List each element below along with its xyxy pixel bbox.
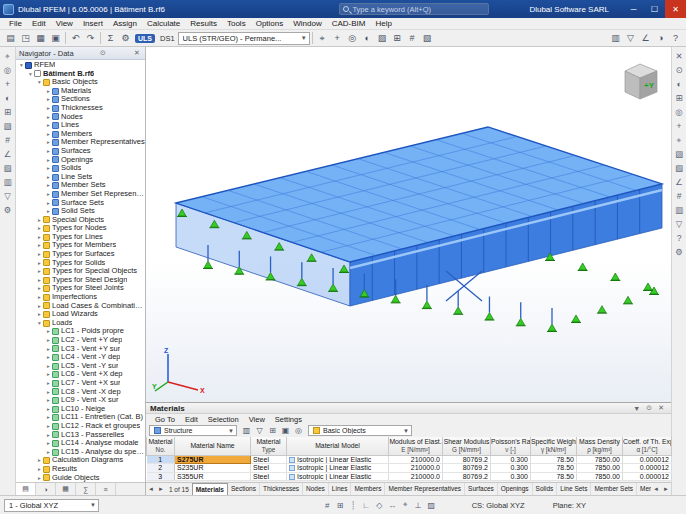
tree-item[interactable]: ▸Member Representatives xyxy=(16,138,145,147)
collapsed-arrow-icon[interactable]: ▸ xyxy=(45,448,52,457)
filter-icon[interactable]: ▽ xyxy=(253,425,266,437)
menu-options[interactable]: Options xyxy=(251,19,289,28)
minimize-icon[interactable]: ─ xyxy=(623,0,644,18)
close-icon[interactable]: ✕ xyxy=(655,404,667,412)
open-icon[interactable]: ◳ xyxy=(18,31,33,45)
tree-item[interactable]: ▸Lines xyxy=(16,121,145,130)
render-icon[interactable]: ▨ xyxy=(425,499,438,512)
collapsed-arrow-icon[interactable]: ▸ xyxy=(36,302,43,311)
menu-insert[interactable]: Insert xyxy=(78,19,108,28)
collapsed-arrow-icon[interactable]: ▸ xyxy=(45,396,52,405)
uls-button[interactable]: ULS xyxy=(135,34,155,43)
expanded-arrow-icon[interactable]: ▾ xyxy=(18,61,25,70)
grid-icon[interactable]: ⊞ xyxy=(672,91,686,105)
tree-item[interactable]: ▸LC6 - Vent +X dep xyxy=(16,370,145,379)
tree-item[interactable]: ▸LC12 - Rack et groupes xyxy=(16,422,145,431)
tree-item[interactable]: ▸Nodes xyxy=(16,113,145,122)
table-tab-surfaces[interactable]: Surfaces xyxy=(465,483,498,495)
collapsed-arrow-icon[interactable]: ▸ xyxy=(36,233,43,242)
table-icon[interactable]: ▥ xyxy=(240,425,253,437)
measure-icon[interactable]: ∠ xyxy=(1,147,15,161)
collapsed-arrow-icon[interactable]: ▸ xyxy=(36,276,43,285)
collapsed-arrow-icon[interactable]: ▸ xyxy=(45,138,52,147)
table-icon[interactable]: ▥ xyxy=(608,31,623,45)
layers-icon[interactable]: ▧ xyxy=(672,161,686,175)
settings-icon[interactable]: ⚙ xyxy=(118,31,133,45)
tree-item[interactable]: ▸Openings xyxy=(16,156,145,165)
tree-item[interactable]: ▸Types for Steel Joints xyxy=(16,284,145,293)
chevron-down-icon[interactable]: ▼ xyxy=(630,405,643,412)
view-icon[interactable]: ◐ xyxy=(672,77,686,91)
osnap-icon[interactable]: ◇ xyxy=(373,499,386,512)
tree-item[interactable]: ▸Solid Sets xyxy=(16,207,145,216)
coordinate-system-select[interactable]: 1 - Global XYZ ▼ xyxy=(4,499,99,512)
collapsed-arrow-icon[interactable]: ▸ xyxy=(36,224,43,233)
move-icon[interactable]: + xyxy=(330,31,345,45)
menu-edit[interactable]: Edit xyxy=(27,19,51,28)
filter-icon[interactable]: ▽ xyxy=(672,217,686,231)
tree-item[interactable]: ▸LC3 - Vent +Y sur xyxy=(16,345,145,354)
tree-item[interactable]: ▸LC5 - Vent -Y sur xyxy=(16,362,145,371)
collapsed-arrow-icon[interactable]: ▸ xyxy=(36,456,43,465)
tree-item[interactable]: ▸Types for Surfaces xyxy=(16,250,145,259)
load-combination-select[interactable]: ULS (STR/GEO) - Permane... ▼ xyxy=(178,32,310,45)
scroll-tabs-right-icon[interactable]: ► xyxy=(661,486,671,492)
collapsed-arrow-icon[interactable]: ▸ xyxy=(45,147,52,156)
collapsed-arrow-icon[interactable]: ▸ xyxy=(36,310,43,319)
tree-item[interactable]: ▸Materials xyxy=(16,87,145,96)
tree-item[interactable]: ▸Member Set Representatives xyxy=(16,190,145,199)
tree-item[interactable]: ▸Load Cases & Combinations xyxy=(16,302,145,311)
tree-item[interactable]: ▸Surfaces xyxy=(16,147,145,156)
tree-item[interactable]: ▸Member Sets xyxy=(16,181,145,190)
collapsed-arrow-icon[interactable]: ▸ xyxy=(45,156,52,165)
ortho-icon[interactable]: ∟ xyxy=(360,499,373,512)
next-table-icon[interactable]: ► xyxy=(156,486,166,492)
collapsed-arrow-icon[interactable]: ▸ xyxy=(45,164,52,173)
pin-icon[interactable]: ⊙ xyxy=(643,404,655,412)
collapsed-arrow-icon[interactable]: ▸ xyxy=(36,465,43,474)
collapsed-arrow-icon[interactable]: ▸ xyxy=(45,388,52,397)
table-icon[interactable]: ▥ xyxy=(672,203,686,217)
table-row[interactable]: 3S355URSteelIsotropic | Linear Elastic21… xyxy=(147,472,672,481)
select-icon[interactable]: ⌖ xyxy=(315,31,330,45)
tree-item[interactable]: ▸Imperfections xyxy=(16,293,145,302)
menu-file[interactable]: File xyxy=(4,19,27,28)
table-tab-member-set-represer[interactable]: Member Set Represer xyxy=(637,483,651,495)
table-tab-line-sets[interactable]: Line Sets xyxy=(557,483,591,495)
new-icon[interactable]: ▤ xyxy=(3,31,18,45)
close-icon[interactable]: ✕ xyxy=(665,0,686,18)
object-category-select[interactable]: Basic Objects ▼ xyxy=(308,425,412,436)
tree-item[interactable]: ▸Results xyxy=(16,465,145,474)
tree-item[interactable]: ▾Bâtiment B.rf6 xyxy=(16,70,145,79)
tree-item[interactable]: ▸Types for Nodes xyxy=(16,224,145,233)
tree-item[interactable]: ▸Types for Lines xyxy=(16,233,145,242)
snap-icon[interactable]: # xyxy=(1,133,15,147)
collapsed-arrow-icon[interactable]: ▸ xyxy=(45,353,52,362)
collapsed-arrow-icon[interactable]: ▸ xyxy=(45,405,52,414)
grid-icon[interactable]: ⊞ xyxy=(1,105,15,119)
tree-item[interactable]: ▾Basic Objects xyxy=(16,78,145,87)
tree-item[interactable]: ▸Line Sets xyxy=(16,173,145,182)
model-viewport[interactable]: +Y Z X Y xyxy=(146,47,671,402)
measure-icon[interactable]: ∠ xyxy=(672,175,686,189)
select-icon[interactable]: ⌖ xyxy=(399,499,412,512)
tree-item[interactable]: ▸Types for Special Objects xyxy=(16,267,145,276)
tree-item[interactable]: ▸LC8 - Vent -X dep xyxy=(16,388,145,397)
table-tab-members[interactable]: Members xyxy=(351,483,385,495)
search-box[interactable]: Type a keyword (Alt+Q) xyxy=(339,3,489,15)
collapsed-arrow-icon[interactable]: ▸ xyxy=(45,95,52,104)
maximize-icon[interactable]: ☐ xyxy=(644,0,665,18)
close-icon[interactable]: ✕ xyxy=(672,49,686,63)
table-icon[interactable]: ▥ xyxy=(1,175,15,189)
measure-icon[interactable]: ∠ xyxy=(638,31,653,45)
ds1-label[interactable]: DS1 xyxy=(160,34,175,43)
collapsed-arrow-icon[interactable]: ▸ xyxy=(45,173,52,182)
navigator-tab-notes[interactable]: ≡ xyxy=(96,483,116,495)
guides-icon[interactable]: ┊ xyxy=(347,499,360,512)
tree-item[interactable]: ▾RFEM xyxy=(16,61,145,70)
redo-icon[interactable]: ↷ xyxy=(83,31,98,45)
table-tab-member-representatives[interactable]: Member Representatives xyxy=(385,483,465,495)
table-tab-nodes[interactable]: Nodes xyxy=(303,483,329,495)
select-icon[interactable]: ⌖ xyxy=(672,133,686,147)
collapsed-arrow-icon[interactable]: ▸ xyxy=(45,207,52,216)
